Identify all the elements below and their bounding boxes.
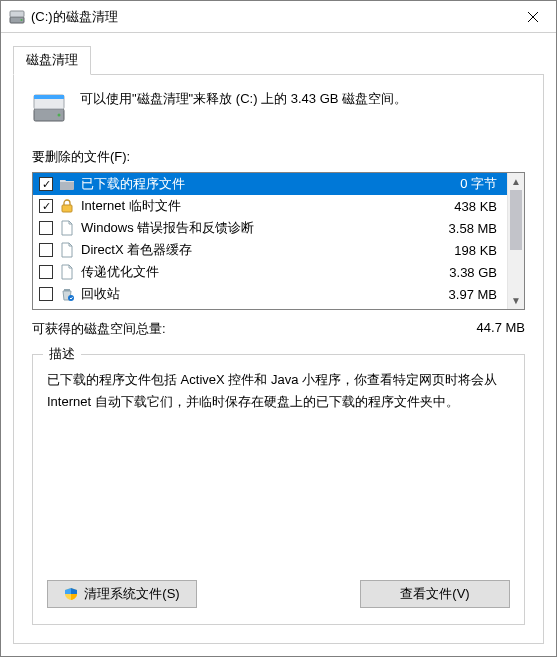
drive-icon [32, 91, 66, 128]
file-name: 已下载的程序文件 [81, 175, 454, 193]
scroll-thumb[interactable] [510, 190, 522, 250]
list-item[interactable]: 已下载的程序文件0 字节 [33, 173, 507, 195]
scrollbar[interactable]: ▲ ▼ [507, 173, 524, 309]
file-icon [59, 220, 75, 236]
file-name: Internet 临时文件 [81, 197, 448, 215]
disk-cleanup-window: (C:)的磁盘清理 磁盘清理 可以使用"磁盘清理"来释放 (C:) 上的 3.4… [0, 0, 557, 657]
checkbox[interactable] [39, 177, 53, 191]
file-size: 198 KB [454, 243, 501, 258]
recycle-icon [59, 286, 75, 302]
checkbox[interactable] [39, 265, 53, 279]
total-value: 44.7 MB [477, 320, 525, 338]
scroll-up-button[interactable]: ▲ [508, 173, 524, 190]
file-icon [59, 264, 75, 280]
list-item[interactable]: 传递优化文件3.38 GB [33, 261, 507, 283]
titlebar-left: (C:)的磁盘清理 [9, 8, 118, 26]
folder-icon [59, 176, 75, 192]
file-list: 已下载的程序文件0 字节Internet 临时文件438 KBWindows 错… [32, 172, 525, 310]
intro-text: 可以使用"磁盘清理"来释放 (C:) 上的 3.43 GB 磁盘空间。 [80, 89, 407, 109]
checkbox[interactable] [39, 243, 53, 257]
file-list-inner: 已下载的程序文件0 字节Internet 临时文件438 KBWindows 错… [33, 173, 507, 309]
file-name: 传递优化文件 [81, 263, 443, 281]
file-size: 3.97 MB [449, 287, 501, 302]
titlebar: (C:)的磁盘清理 [1, 1, 556, 33]
svg-point-2 [21, 19, 23, 21]
list-item[interactable]: Windows 错误报告和反馈诊断3.58 MB [33, 217, 507, 239]
checkbox[interactable] [39, 199, 53, 213]
svg-point-9 [68, 295, 74, 301]
clean-system-files-label: 清理系统文件(S) [84, 585, 179, 603]
intro-row: 可以使用"磁盘清理"来释放 (C:) 上的 3.43 GB 磁盘空间。 [32, 89, 525, 128]
svg-rect-5 [34, 95, 64, 99]
lock-icon [59, 198, 75, 214]
button-row: 清理系统文件(S) 查看文件(V) [47, 580, 510, 608]
svg-rect-1 [10, 11, 24, 17]
list-item[interactable]: DirectX 着色器缓存198 KB [33, 239, 507, 261]
view-files-button[interactable]: 查看文件(V) [360, 580, 510, 608]
files-label: 要删除的文件(F): [32, 148, 525, 166]
clean-system-files-button[interactable]: 清理系统文件(S) [47, 580, 197, 608]
tab-page: 可以使用"磁盘清理"来释放 (C:) 上的 3.43 GB 磁盘空间。 要删除的… [13, 74, 544, 644]
svg-rect-8 [64, 289, 70, 291]
svg-point-6 [58, 114, 61, 117]
total-row: 可获得的磁盘空间总量: 44.7 MB [32, 320, 525, 338]
scroll-track[interactable] [508, 190, 524, 292]
close-button[interactable] [510, 1, 556, 32]
window-title: (C:)的磁盘清理 [31, 8, 118, 26]
description-caption: 描述 [43, 345, 81, 363]
file-size: 0 字节 [460, 175, 501, 193]
scroll-down-button[interactable]: ▼ [508, 292, 524, 309]
shield-icon [64, 587, 78, 601]
svg-rect-7 [62, 205, 72, 212]
drive-cleanup-icon [9, 9, 25, 25]
view-files-label: 查看文件(V) [400, 585, 469, 603]
tab-disk-cleanup[interactable]: 磁盘清理 [13, 46, 91, 75]
tab-strip: 磁盘清理 [1, 33, 556, 74]
file-name: DirectX 着色器缓存 [81, 241, 448, 259]
file-size: 3.38 GB [449, 265, 501, 280]
total-label: 可获得的磁盘空间总量: [32, 320, 166, 338]
file-icon [59, 242, 75, 258]
description-group: 描述 已下载的程序文件包括 ActiveX 控件和 Java 小程序，你查看特定… [32, 354, 525, 625]
file-name: 回收站 [81, 285, 443, 303]
file-size: 438 KB [454, 199, 501, 214]
description-text: 已下载的程序文件包括 ActiveX 控件和 Java 小程序，你查看特定网页时… [47, 369, 510, 566]
list-item[interactable]: Internet 临时文件438 KB [33, 195, 507, 217]
file-size: 3.58 MB [449, 221, 501, 236]
file-name: Windows 错误报告和反馈诊断 [81, 219, 443, 237]
checkbox[interactable] [39, 221, 53, 235]
list-item[interactable]: 回收站3.97 MB [33, 283, 507, 305]
checkbox[interactable] [39, 287, 53, 301]
